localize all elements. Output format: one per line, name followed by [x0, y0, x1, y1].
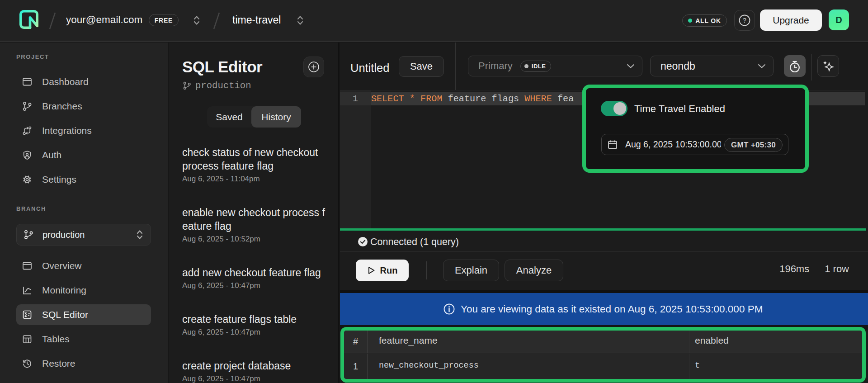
svg-text:?: ?: [743, 17, 746, 24]
